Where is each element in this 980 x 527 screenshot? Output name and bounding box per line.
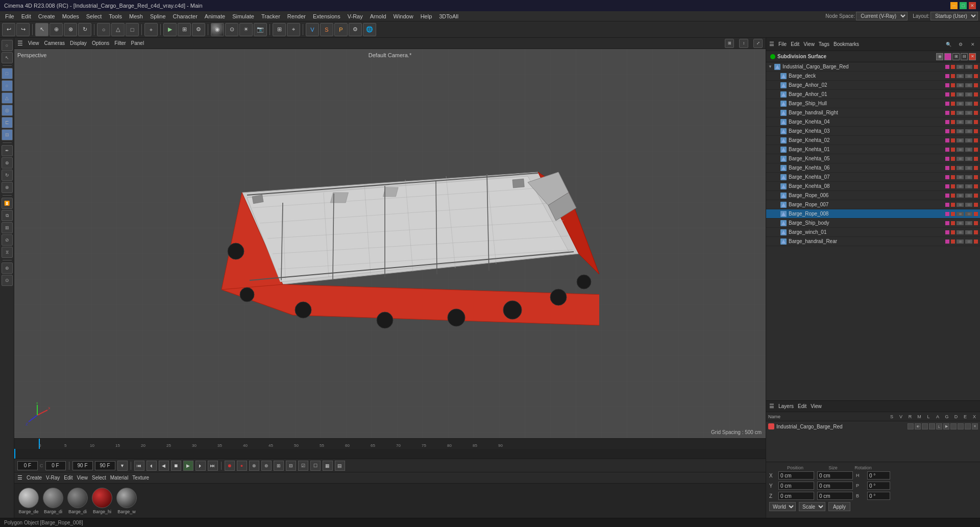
coords-p[interactable] xyxy=(867,482,890,490)
snap-btn[interactable]: ⌖ xyxy=(287,23,300,36)
lt-sphere[interactable]: ○ xyxy=(2,80,13,91)
pb-icon5[interactable]: ▦ xyxy=(323,461,333,471)
play-stop[interactable]: ⏹ xyxy=(171,461,181,471)
menu-vray[interactable]: V-Ray xyxy=(345,12,366,20)
om-icon-3[interactable]: ✕ xyxy=(969,40,977,49)
lt-torus[interactable]: ◎ xyxy=(2,105,13,116)
py-btn[interactable]: P xyxy=(334,23,348,36)
coords-world-dropdown[interactable]: World xyxy=(769,502,796,511)
coords-apply-button[interactable]: Apply xyxy=(828,502,850,511)
grid-btn[interactable]: ⊞ xyxy=(273,23,286,36)
menu-simulate[interactable]: Simulate xyxy=(229,12,257,20)
playback-end-frame[interactable] xyxy=(72,461,93,470)
obj-list-item[interactable]: Barge_winch_01⊞⊟ xyxy=(766,228,980,237)
material-item[interactable]: Barge_di xyxy=(67,488,88,514)
layer-icon-l[interactable]: L xyxy=(936,423,942,429)
material-btn[interactable]: ◉ xyxy=(211,23,224,36)
timeline-bar[interactable] xyxy=(14,449,766,459)
menu-window[interactable]: Window xyxy=(390,12,416,20)
menu-file[interactable]: File xyxy=(2,12,17,20)
keyframe-btn[interactable]: ⊗ xyxy=(249,461,259,471)
om-hamburger[interactable]: ☰ xyxy=(769,41,774,47)
auto-key-btn[interactable]: ● xyxy=(237,461,247,471)
mat-menu-select[interactable]: Select xyxy=(92,475,106,481)
lt-cube[interactable]: □ xyxy=(2,68,13,79)
vp-menu-cameras[interactable]: Cameras xyxy=(44,40,65,46)
coords-x-size[interactable] xyxy=(817,471,853,480)
object-mode[interactable]: ○ xyxy=(97,23,110,36)
coords-z-pos[interactable] xyxy=(778,492,814,500)
om-menu-edit[interactable]: Edit xyxy=(791,41,799,47)
lt-obj-tool[interactable]: ○ xyxy=(2,40,13,51)
lm-menu-edit[interactable]: Edit xyxy=(798,403,806,409)
obj-list-item[interactable]: Barge_deck⊞⊟ xyxy=(766,71,980,81)
menu-arnold[interactable]: Arnold xyxy=(367,12,389,20)
pb-icon4[interactable]: ☐ xyxy=(310,461,321,471)
mat-menu-edit[interactable]: Edit xyxy=(64,475,72,481)
obj-list-item[interactable]: Barge_Knehta_01⊞⊟ xyxy=(766,145,980,154)
obj-list-item[interactable]: Barge_handrail_Right⊞⊟ xyxy=(766,108,980,117)
menu-3dtoall[interactable]: 3DToAll xyxy=(436,12,461,20)
vray-mat-btn[interactable]: V xyxy=(306,23,319,36)
menu-edit[interactable]: Edit xyxy=(18,12,34,20)
coords-b[interactable] xyxy=(867,492,890,500)
edge-mode[interactable]: △ xyxy=(111,23,125,36)
vp-menu-display[interactable]: Display xyxy=(70,40,87,46)
mat-menu-vray[interactable]: V-Ray xyxy=(46,475,60,481)
material-item[interactable]: Barge_de xyxy=(18,488,39,514)
obj-list-item[interactable]: Barge_Rope_008⊞⊟ xyxy=(766,209,980,219)
prev-frame[interactable]: ⏴ xyxy=(146,461,157,471)
vp-icon-1[interactable]: ⊞ xyxy=(725,39,734,48)
lt-knife[interactable]: ⊘ xyxy=(2,234,13,246)
material-item[interactable]: Barge_di xyxy=(43,488,63,514)
menu-extensions[interactable]: Extensions xyxy=(310,12,344,20)
obj-list-item[interactable]: Barge_Anhor_02⊞⊟ xyxy=(766,81,980,90)
lt-bridge[interactable]: ⊞ xyxy=(2,222,13,233)
go-to-end[interactable]: ⏭ xyxy=(208,461,218,471)
lm-hamburger[interactable]: ☰ xyxy=(769,403,774,410)
redo-button[interactable]: ↪ xyxy=(16,23,30,36)
timeline-ruler[interactable]: 051015202530354045505560657075808590 xyxy=(14,439,766,449)
menu-mesh[interactable]: Mesh xyxy=(126,12,146,20)
material-item[interactable]: Barge_w xyxy=(116,488,137,514)
lt-scale[interactable]: ⊗ xyxy=(2,182,13,193)
poly-mode[interactable]: □ xyxy=(126,23,139,36)
camera-obj-btn[interactable]: 📷 xyxy=(254,23,267,36)
render-btn[interactable]: ▶ xyxy=(163,23,177,36)
close-button[interactable]: ✕ xyxy=(969,2,976,9)
menu-tracker[interactable]: Tracker xyxy=(258,12,283,20)
pb-icon1[interactable]: ⊞ xyxy=(274,461,284,471)
vp-menu-panel[interactable]: Panel xyxy=(131,40,144,46)
pb-icon6[interactable]: ▤ xyxy=(335,461,345,471)
settings-btn[interactable]: ⚙ xyxy=(349,23,362,36)
new-obj-btn[interactable]: + xyxy=(144,23,158,36)
menu-render[interactable]: Render xyxy=(284,12,309,20)
layer-icon-g[interactable] xyxy=(950,423,957,429)
layer-icon-a[interactable]: ▶ xyxy=(943,423,949,429)
obj-list-item[interactable]: Barge_Ship_Hull⊞⊟ xyxy=(766,99,980,108)
lm-menu-layers[interactable]: Layers xyxy=(778,403,794,409)
obj-list-item[interactable]: Barge_Knehta_02⊞⊟ xyxy=(766,136,980,145)
mat-menu-view[interactable]: View xyxy=(77,475,88,481)
obj-list-item[interactable]: Barge_Knehta_08⊞⊟ xyxy=(766,182,980,191)
layer-icon-r[interactable] xyxy=(922,423,928,429)
render-region-btn[interactable]: ⊞ xyxy=(178,23,191,36)
hamburger-icon[interactable]: ☰ xyxy=(17,40,23,47)
vp-menu-filter[interactable]: Filter xyxy=(114,40,126,46)
world-btn[interactable]: 🌐 xyxy=(363,23,376,36)
lt-cylinder[interactable]: ⊏ xyxy=(2,117,13,128)
coords-y-pos[interactable] xyxy=(778,482,814,490)
layout-select[interactable]: Startup (User) xyxy=(930,12,978,20)
vp-menu-options[interactable]: Options xyxy=(92,40,109,46)
lt-rotate[interactable]: ↻ xyxy=(2,170,13,181)
obj-list-item[interactable]: Barge_Rope_007⊞⊟ xyxy=(766,200,980,209)
move-tool[interactable]: ⊕ xyxy=(50,23,63,36)
pb-icon2[interactable]: ⊟ xyxy=(286,461,296,471)
coords-x-pos[interactable] xyxy=(778,471,814,480)
obj-list-item[interactable]: Barge_Knehta_07⊞⊟ xyxy=(766,173,980,182)
om-menu-view[interactable]: View xyxy=(803,41,815,47)
scale-tool[interactable]: ⊗ xyxy=(64,23,77,36)
menu-spline[interactable]: Spline xyxy=(147,12,169,20)
layer-icon-m[interactable] xyxy=(929,423,935,429)
obj-list-item[interactable]: Barge_handrail_Rear⊞⊟ xyxy=(766,237,980,246)
